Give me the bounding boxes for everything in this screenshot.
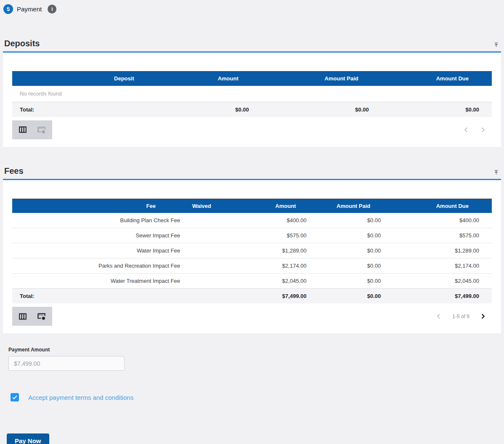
payment-area: Payment Amount Accept payment terms and … — [8, 347, 504, 444]
fee-name-cell: Building Plan Check Fee — [12, 213, 180, 228]
amount-paid-cell: $0.00 — [319, 228, 394, 243]
no-records-row: No records found — [12, 86, 492, 102]
terms-label[interactable]: Accept payment terms and conditions — [28, 394, 133, 401]
fee-row: Building Plan Check Fee $400.00 $0.00 $4… — [12, 213, 492, 228]
deposits-total-row: Total: $0.00 $0.00 $0.00 — [12, 102, 492, 117]
fees-total-amount-due: $7,499.00 — [393, 289, 492, 304]
fees-col-waived: Waived — [180, 199, 224, 213]
amount-paid-cell: $0.00 — [319, 258, 394, 274]
deposits-pagination — [463, 127, 492, 133]
columns-icon[interactable] — [18, 312, 27, 321]
fees-panel: Fee Waived Amount Amount Paid Amount Due… — [3, 180, 501, 334]
fees-col-amount-due: Amount Due — [393, 199, 492, 213]
prev-page-icon[interactable] — [463, 127, 469, 133]
waived-cell — [180, 213, 224, 228]
fees-total-label: Total: — [12, 289, 223, 304]
amount-due-cell: $575.00 — [393, 228, 492, 243]
deposits-total-amount-paid: $0.00 — [261, 102, 381, 117]
deposits-table: Deposit Amount Amount Paid Amount Due No… — [12, 71, 492, 117]
fees-col-amount: Amount — [223, 199, 319, 213]
collapse-top-icon[interactable] — [493, 41, 500, 48]
deposits-toolbar — [12, 120, 52, 139]
deposits-col-amount-paid: Amount Paid — [261, 72, 381, 86]
fees-pagination: 1-5 of 9 — [436, 313, 492, 319]
step-number-badge: 5 — [3, 4, 13, 14]
payment-amount-input[interactable] — [8, 356, 125, 371]
amount-cell: $400.00 — [223, 213, 319, 228]
no-records-text: No records found — [12, 86, 492, 102]
fee-row: Water Impact Fee $1,289.00 $0.00 $1,289.… — [12, 243, 492, 258]
fees-header-row: Fee Waived Amount Amount Paid Amount Due — [12, 199, 492, 213]
next-page-icon[interactable] — [480, 313, 486, 319]
amount-cell: $2,045.00 — [223, 274, 319, 289]
fees-total-amount-paid: $0.00 — [319, 289, 394, 304]
fee-name-cell: Water Impact Fee — [12, 243, 180, 258]
deposits-header-row: Deposit Amount Amount Paid Amount Due — [12, 72, 492, 86]
fees-col-amount-paid: Amount Paid — [319, 199, 394, 213]
payment-amount-label: Payment Amount — [8, 347, 504, 353]
deposits-section-title: Deposits — [4, 39, 40, 48]
amount-cell: $1,289.00 — [223, 243, 319, 258]
deposits-total-amount: $0.00 — [165, 102, 261, 117]
deposits-col-amount: Amount — [165, 72, 261, 86]
fee-row: Parks and Recreation Impact Fee $2,174.0… — [12, 258, 492, 274]
fee-name-cell: Parks and Recreation Impact Fee — [12, 258, 180, 274]
amount-cell: $575.00 — [223, 228, 319, 243]
deposits-total-amount-due: $0.00 — [381, 102, 492, 117]
fee-name-cell: Sewer Impact Fee — [12, 228, 180, 243]
fees-section-header: Fees — [3, 166, 501, 180]
deposits-panel: Deposit Amount Amount Paid Amount Due No… — [3, 53, 501, 147]
amount-paid-cell: $0.00 — [319, 274, 394, 289]
amount-due-cell: $400.00 — [393, 213, 492, 228]
fees-total-amount: $7,499.00 — [223, 289, 319, 304]
fee-name-cell: Water Treatment Impact Fee — [12, 274, 180, 289]
amount-cell: $2,174.00 — [223, 258, 319, 274]
info-icon[interactable]: i — [48, 5, 56, 13]
columns-icon[interactable] — [18, 125, 27, 134]
terms-row: Accept payment terms and conditions — [11, 393, 504, 401]
fees-col-fee: Fee — [12, 199, 180, 213]
amount-due-cell: $2,174.00 — [393, 258, 492, 274]
fee-row: Water Treatment Impact Fee $2,045.00 $0.… — [12, 274, 492, 289]
deposits-section-header: Deposits — [3, 39, 501, 53]
fees-section-title: Fees — [4, 166, 24, 176]
table-settings-icon[interactable] — [37, 311, 46, 321]
amount-paid-cell: $0.00 — [319, 243, 394, 258]
deposits-col-deposit: Deposit — [12, 72, 165, 86]
page-range-label: 1-5 of 9 — [452, 314, 469, 319]
page-title: Payment — [17, 5, 42, 13]
deposits-col-amount-due: Amount Due — [381, 72, 492, 86]
fees-table: Fee Waived Amount Amount Paid Amount Due… — [12, 199, 492, 304]
deposits-table-footer — [12, 120, 492, 139]
fees-toolbar — [12, 307, 52, 326]
pay-now-button[interactable]: Pay Now — [7, 433, 49, 444]
collapse-top-icon[interactable] — [493, 169, 500, 176]
fees-total-row: Total: $7,499.00 $0.00 $7,499.00 — [12, 289, 492, 304]
terms-checkbox[interactable] — [11, 393, 19, 401]
prev-page-icon[interactable] — [436, 313, 442, 319]
waived-cell — [180, 243, 224, 258]
deposits-total-label: Total: — [12, 102, 165, 117]
step-header: 5 Payment i — [0, 0, 504, 14]
next-page-icon[interactable] — [480, 127, 486, 133]
amount-due-cell: $1,289.00 — [393, 243, 492, 258]
amount-due-cell: $2,045.00 — [393, 274, 492, 289]
fees-table-footer: 1-5 of 9 — [12, 307, 492, 326]
waived-cell — [180, 228, 224, 243]
table-settings-icon[interactable] — [37, 125, 46, 135]
waived-cell — [180, 258, 224, 274]
waived-cell — [180, 274, 224, 289]
amount-paid-cell: $0.00 — [319, 213, 394, 228]
fee-row: Sewer Impact Fee $575.00 $0.00 $575.00 — [12, 228, 492, 243]
